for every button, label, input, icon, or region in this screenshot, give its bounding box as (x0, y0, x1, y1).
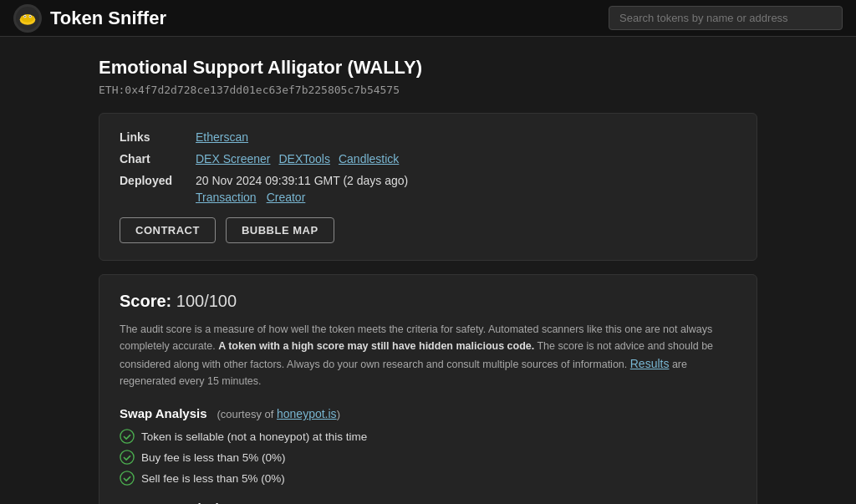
bubble-map-button[interactable]: BUBBLE MAP (226, 217, 334, 243)
deployed-row: Deployed 20 Nov 2024 09:39:11 GMT (2 day… (120, 174, 736, 204)
etherscan-link[interactable]: Etherscan (196, 130, 248, 144)
svg-point-9 (120, 471, 134, 485)
check-icon (120, 450, 135, 465)
transaction-link[interactable]: Transaction (196, 191, 257, 204)
contract-button[interactable]: CONTRACT (120, 217, 216, 243)
deployed-info: 20 Nov 2024 09:39:11 GMT (2 days ago) Tr… (196, 174, 408, 204)
list-item: Sell fee is less than 5% (0%) (120, 471, 736, 486)
check-icon (120, 429, 135, 444)
info-card: Links Etherscan Chart DEX Screener DEXTo… (99, 113, 757, 261)
score-card: Score: 100/100 The audit score is a meas… (99, 274, 757, 504)
links-label: Links (120, 130, 182, 144)
logo-icon (13, 4, 42, 33)
logo-group: Token Sniffer (13, 4, 166, 33)
dex-screener-link[interactable]: DEX Screener (196, 152, 270, 165)
score-description: The audit score is a measure of how well… (120, 321, 736, 389)
swap-analysis-title: Swap Analysis (courtesy of honeypot.is) (120, 406, 736, 420)
search-input[interactable] (609, 6, 843, 30)
links-row: Links Etherscan (120, 130, 736, 144)
creator-link[interactable]: Creator (267, 191, 306, 204)
svg-point-6 (29, 15, 31, 17)
chart-links-group: DEX Screener DEXTools Candlestick (196, 152, 399, 165)
results-link[interactable]: Results (630, 357, 670, 370)
token-address: ETH:0x4f7d2d728ce137dd01ec63ef7b225805c7… (99, 84, 757, 96)
app-title: Token Sniffer (50, 8, 166, 29)
header: Token Sniffer (0, 0, 856, 37)
chart-row: Chart DEX Screener DEXTools Candlestick (120, 152, 736, 165)
score-value: 100/100 (176, 292, 237, 310)
dextools-link[interactable]: DEXTools (278, 152, 329, 165)
score-heading: Score: 100/100 (120, 292, 736, 311)
main-content: Emotional Support Alligator (WALLY) ETH:… (85, 37, 771, 504)
swap-analysis-list: Token is sellable (not a honeypot) at th… (120, 429, 736, 486)
chart-label: Chart (120, 152, 182, 165)
check-icon (120, 471, 135, 486)
sub-links-group: Transaction Creator (196, 191, 408, 204)
deployed-date: 20 Nov 2024 09:39:11 GMT (2 days ago) (196, 174, 408, 187)
svg-point-7 (120, 430, 134, 443)
action-buttons: CONTRACT BUBBLE MAP (120, 217, 736, 243)
token-name: Emotional Support Alligator (WALLY) (99, 57, 757, 79)
links-group: Etherscan (196, 130, 248, 144)
svg-point-5 (24, 15, 26, 17)
honeypot-link[interactable]: honeypot.is (277, 407, 337, 420)
swap-subtitle: (courtesy of honeypot.is) (214, 408, 340, 420)
list-item: Buy fee is less than 5% (0%) (120, 450, 736, 465)
svg-point-2 (21, 14, 34, 22)
deployed-label: Deployed (120, 174, 182, 187)
list-item: Token is sellable (not a honeypot) at th… (120, 429, 736, 444)
candlestick-link[interactable]: Candlestick (339, 152, 399, 165)
svg-point-8 (120, 451, 134, 464)
contract-analysis-title: Contract Analysis (120, 501, 736, 504)
